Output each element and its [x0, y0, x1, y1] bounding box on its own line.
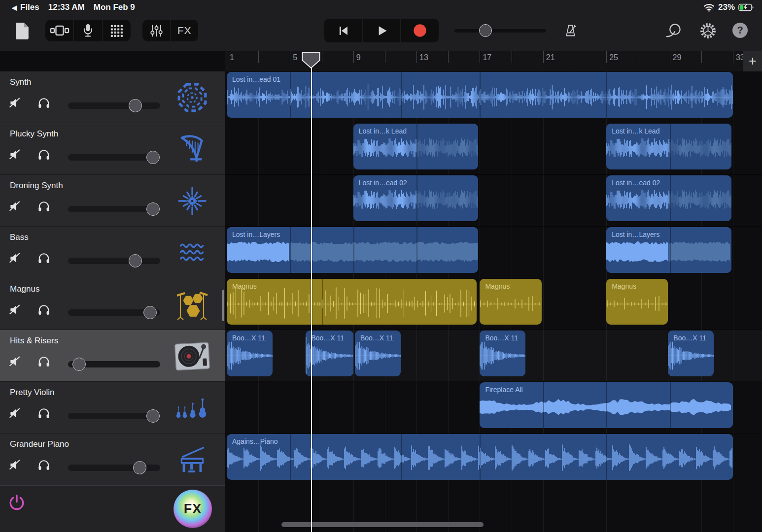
track-volume-knob[interactable] — [133, 461, 146, 474]
monitor-button[interactable] — [37, 303, 51, 317]
mute-button[interactable] — [8, 303, 22, 317]
track-volume-knob[interactable] — [146, 202, 160, 216]
metronome-button[interactable] — [562, 23, 578, 38]
track-volume-knob[interactable] — [129, 254, 142, 267]
audio-region[interactable]: Agains…Piano — [227, 434, 733, 480]
power-button[interactable] — [7, 493, 28, 514]
mute-button[interactable] — [8, 406, 22, 420]
instrument-button[interactable] — [171, 284, 214, 325]
instrument-button[interactable] — [171, 439, 214, 480]
mute-button[interactable] — [8, 458, 22, 472]
track-volume-slider[interactable] — [68, 361, 160, 367]
track-header-row[interactable]: Droning Synth — [0, 175, 225, 227]
live-loops-grid-button[interactable] — [102, 20, 131, 41]
instrument-browser-button[interactable] — [73, 20, 102, 41]
region-segment-divider — [290, 227, 291, 273]
play-button[interactable] — [362, 19, 400, 42]
monitor-button[interactable] — [37, 458, 51, 472]
mute-icon — [8, 251, 22, 265]
region-label: Lost in…ead 01 — [232, 75, 280, 83]
audio-region[interactable]: Magnus — [606, 279, 668, 325]
mute-button[interactable] — [8, 148, 22, 162]
track-volume-slider[interactable] — [68, 258, 160, 264]
my-songs-button[interactable] — [13, 21, 32, 40]
mute-button[interactable] — [8, 251, 22, 265]
mute-icon — [8, 148, 22, 162]
master-volume-knob[interactable] — [479, 24, 492, 37]
mute-button[interactable] — [8, 200, 22, 213]
add-bars-button[interactable]: + — [743, 51, 762, 71]
audio-region[interactable]: Boo…X 11 — [355, 331, 401, 376]
instrument-button[interactable] — [171, 181, 214, 221]
instrument-button[interactable] — [171, 233, 214, 273]
audio-region[interactable]: Boo…X 11 — [306, 331, 353, 376]
tracks-view-button[interactable] — [45, 20, 73, 41]
master-volume-slider[interactable] — [454, 29, 546, 33]
status-bar-left: ◀ Files 12:33 AM Mon Feb 9 — [12, 2, 135, 12]
instrument-button[interactable] — [171, 77, 214, 118]
remix-fx-label: FX — [184, 501, 202, 517]
audio-region[interactable]: Lost in…ead 02 — [353, 175, 479, 221]
record-button[interactable] — [400, 19, 439, 42]
back-to-files-button[interactable]: ◀ Files — [12, 2, 39, 12]
arrangement-timeline[interactable]: Lost in…ead 01Lost in…k LeadLost in…k Le… — [225, 71, 762, 532]
track-volume-slider[interactable] — [68, 154, 160, 161]
track-header-row[interactable]: Synth — [0, 71, 225, 123]
audio-region[interactable]: Magnus — [227, 279, 477, 325]
monitor-button[interactable] — [37, 355, 51, 368]
record-icon — [413, 23, 427, 38]
track-header-row[interactable]: Pretty Violin — [0, 382, 225, 433]
loop-browser-icon — [665, 23, 683, 39]
track-volume-slider[interactable] — [68, 413, 160, 419]
audio-region[interactable]: Magnus — [480, 279, 541, 325]
ruler-tick — [606, 51, 607, 63]
audio-region[interactable]: Lost in…Layers — [606, 227, 731, 273]
mute-button[interactable] — [8, 96, 22, 110]
audio-region[interactable]: Lost in…ead 01 — [227, 72, 733, 118]
monitor-button[interactable] — [37, 251, 51, 265]
track-volume-slider[interactable] — [68, 102, 160, 109]
track-header-row[interactable]: Bass — [0, 227, 225, 278]
track-header-row[interactable]: Grandeur Piano — [0, 433, 225, 485]
audio-region[interactable]: Boo…X 11 — [480, 331, 525, 376]
vertical-scrollbar[interactable] — [222, 290, 224, 321]
track-volume-knob[interactable] — [146, 151, 160, 164]
monitor-button[interactable] — [37, 96, 51, 110]
settings-button[interactable] — [698, 21, 717, 40]
mute-button[interactable] — [8, 355, 22, 368]
track-volume-slider[interactable] — [68, 309, 160, 316]
help-button[interactable]: ? — [732, 23, 748, 38]
audio-region[interactable]: Fireplace All — [480, 382, 732, 428]
monitor-button[interactable] — [37, 200, 51, 213]
instrument-button[interactable] — [171, 129, 214, 169]
track-volume-knob[interactable] — [129, 99, 142, 112]
track-header-row[interactable]: Hits & Risers — [0, 330, 225, 382]
playhead-handle[interactable] — [302, 52, 320, 69]
rewind-button[interactable] — [324, 19, 362, 42]
audio-region[interactable]: Boo…X 11 — [668, 331, 714, 376]
track-header-row[interactable]: Plucky Synth — [0, 123, 225, 175]
headphones-icon — [37, 355, 51, 368]
track-volume-knob[interactable] — [72, 358, 86, 371]
monitor-button[interactable] — [37, 148, 51, 162]
remix-fx-sphere-button[interactable]: FX — [173, 490, 212, 528]
drum-kit-icon — [175, 289, 209, 320]
instrument-button[interactable] — [171, 336, 214, 376]
track-volume-slider[interactable] — [68, 465, 160, 471]
audio-region[interactable]: Lost in…k Lead — [606, 124, 731, 169]
track-header-row[interactable]: Magnus — [0, 278, 225, 330]
track-volume-knob[interactable] — [143, 306, 157, 319]
audio-region[interactable]: Boo…X 11 — [227, 331, 273, 376]
remix-fx-button[interactable]: FX — [170, 20, 198, 41]
loop-browser-button[interactable] — [665, 22, 683, 39]
region-segment-divider — [401, 434, 402, 480]
audio-region[interactable]: Lost in…ead 02 — [606, 175, 731, 221]
audio-region[interactable]: Lost in…Layers — [227, 227, 478, 273]
track-volume-slider[interactable] — [68, 206, 160, 212]
monitor-button[interactable] — [37, 406, 51, 420]
instrument-button[interactable] — [171, 388, 214, 428]
track-volume-knob[interactable] — [146, 409, 160, 423]
audio-region[interactable]: Lost in…k Lead — [353, 124, 479, 169]
track-controls-button[interactable] — [142, 20, 170, 41]
region-segment-divider — [416, 175, 417, 221]
